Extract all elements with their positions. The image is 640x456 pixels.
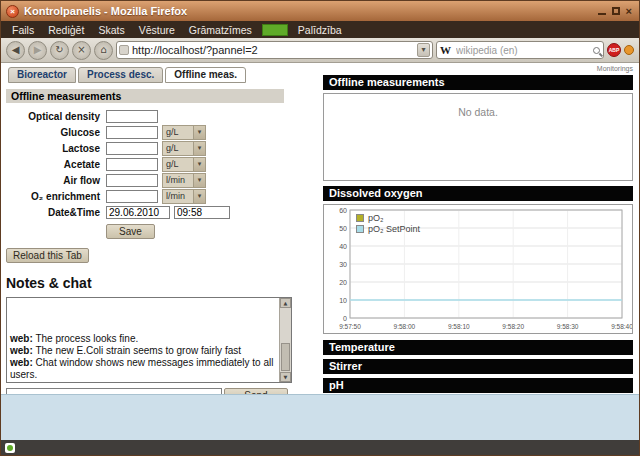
home-button[interactable]: ⌂ [94,41,113,60]
titlebar[interactable]: × Kontrolpanelis - Mozilla Firefox × [1,1,639,21]
save-button[interactable]: Save [106,224,155,239]
dissolved-oxygen-panel-header[interactable]: Dissolved oxygen [323,186,633,201]
glucose-input[interactable] [106,126,158,139]
field-label: Acetate [6,159,106,170]
airflow-unit-select[interactable]: l/min ▾ [162,173,206,188]
chevron-down-icon: ▾ [193,142,205,155]
chat-text: The process looks fine. [35,333,138,344]
window-title: Kontrolpanelis - Mozilla Firefox [24,5,593,17]
addon-icon[interactable] [624,45,634,55]
temperature-panel-header[interactable]: Temperature [323,340,633,355]
scrollbar-thumb[interactable] [281,343,290,371]
form-row: Optical density [6,108,321,124]
stop-button[interactable]: × [72,41,91,60]
browser-window: × Kontrolpanelis - Mozilla Firefox × Fai… [0,0,640,456]
notes-chat-heading: Notes & chat [6,275,321,291]
chevron-down-icon: ▾ [193,174,205,187]
close-button[interactable]: × [6,5,19,18]
form-row: O₂ enrichment l/min ▾ [6,188,321,204]
forward-button[interactable]: ▶ [28,41,47,60]
no-data-box: No data. [323,93,633,181]
chart-legend: pO₂ pO₂ SetPoint [356,212,420,234]
left-pane: Bioreactor Process desc. Offline meas. O… [1,63,321,394]
chat-message: web: The new E.Coli strain seems to grow… [10,345,277,357]
url-dropdown-button[interactable]: ▾ [417,43,430,57]
maximize-button[interactable] [612,7,620,15]
chat-scrollbar[interactable]: ▲ ▼ [279,298,291,382]
svg-text:20: 20 [339,279,347,286]
form-row: Air flow l/min ▾ [6,172,321,188]
url-bar: ▾ [116,41,433,59]
unit-value: g/L [163,142,193,155]
po2-setpoint-legend-swatch [356,225,364,233]
chat-text: Chat window shows new messages immediate… [10,357,273,380]
chat-message-area[interactable]: web: The process looks fine. web: The ne… [6,297,292,383]
legend-label: pO₂ [368,213,384,223]
statusbar-addon-icon[interactable] [5,443,15,453]
date-input[interactable] [106,206,170,219]
svg-text:40: 40 [339,243,347,250]
svg-text:9:58:00: 9:58:00 [394,323,416,330]
status-bar [1,440,639,455]
url-input[interactable] [132,44,414,56]
o2-enrichment-unit-select[interactable]: l/min ▾ [162,189,206,204]
menubar-addon-icon[interactable] [262,24,288,36]
page-top-right-text: Monitorings [323,65,633,74]
acetate-unit-select[interactable]: g/L ▾ [162,157,206,172]
menu-item-rediget[interactable]: Rediģēt [41,23,91,37]
lactose-input[interactable] [106,142,158,155]
reload-tab-button[interactable]: Reload this Tab [6,248,89,263]
legend-item: pO₂ SetPoint [356,223,420,234]
tab-offline-meas[interactable]: Offline meas. [165,67,246,83]
airflow-input[interactable] [106,174,158,187]
svg-text:9:58:20: 9:58:20 [502,323,524,330]
field-label: Lactose [6,143,106,154]
navigation-toolbar: ◀ ▶ ↻ × ⌂ ▾ W ABP [1,38,639,63]
chat-user: web: [10,333,33,344]
optical-density-input[interactable] [106,110,158,123]
svg-text:30: 30 [339,261,347,268]
chat-message: web: The process looks fine. [10,333,277,345]
search-engine-icon[interactable]: W [440,44,451,56]
reload-button[interactable]: ↻ [50,41,69,60]
field-label: Optical density [6,111,106,122]
back-button[interactable]: ◀ [6,41,25,60]
dissolved-oxygen-chart: 01020304050609:57:509:58:009:58:109:58:2… [323,204,633,334]
chevron-down-icon: ▾ [193,190,205,203]
lactose-unit-select[interactable]: g/L ▾ [162,141,206,156]
scroll-down-icon[interactable]: ▼ [280,372,291,382]
scroll-up-icon[interactable]: ▲ [280,298,291,308]
svg-text:9:58:30: 9:58:30 [557,323,579,330]
adblock-icon[interactable]: ABP [607,43,621,57]
tab-bioreactor[interactable]: Bioreactor [8,67,76,83]
time-input[interactable] [174,206,230,219]
search-input[interactable] [454,44,590,57]
search-icon[interactable] [593,47,600,54]
field-label: O₂ enrichment [6,191,106,202]
glucose-unit-select[interactable]: g/L ▾ [162,125,206,140]
menu-item-gramatzimes[interactable]: Grāmatzīmes [182,23,259,37]
chat-messages: web: The process looks fine. web: The ne… [10,333,277,381]
menu-item-skats[interactable]: Skats [91,23,131,37]
right-pane: Monitorings Offline measurements No data… [321,63,639,394]
minimize-button[interactable] [598,7,606,15]
svg-text:0: 0 [343,315,347,322]
unit-value: g/L [163,158,193,171]
acetate-input[interactable] [106,158,158,171]
menu-item-fails[interactable]: Fails [5,23,41,37]
stirrer-panel-header[interactable]: Stirrer [323,359,633,374]
form-row: Glucose g/L ▾ [6,124,321,140]
chat-message: web: Chat window shows new messages imme… [10,357,277,381]
tab-process-desc[interactable]: Process desc. [78,67,163,83]
chevron-down-icon: ▾ [193,158,205,171]
offline-measurements-panel-header[interactable]: Offline measurements [323,75,633,90]
ph-panel-header[interactable]: pH [323,378,633,393]
menu-item-vesture[interactable]: Vēsture [132,23,182,37]
o2-enrichment-input[interactable] [106,190,158,203]
menu-item-palidziba[interactable]: Palīdzība [291,23,349,37]
svg-text:10: 10 [339,297,347,304]
close-button-right[interactable]: × [626,6,632,16]
legend-label: pO₂ SetPoint [368,224,420,234]
unit-value: l/min [163,190,193,203]
field-label: Date&Time [6,207,106,218]
